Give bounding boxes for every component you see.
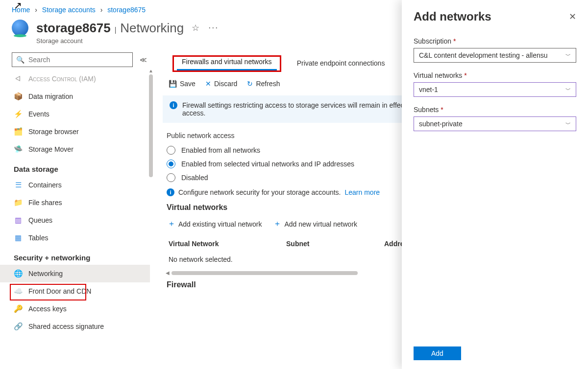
sidebar: 🔍 ≪ ᐊ Access Control (IAM) 📦 Data migrat… bbox=[0, 50, 154, 363]
access-keys-icon: 🔑 bbox=[14, 304, 23, 313]
close-icon[interactable]: ✕ bbox=[569, 11, 576, 22]
add-button[interactable]: Add bbox=[414, 346, 461, 360]
containers-icon: ☰ bbox=[14, 181, 23, 189]
collapse-sidebar-button[interactable]: ≪ bbox=[138, 54, 149, 66]
networking-icon: 🌐 bbox=[14, 269, 23, 278]
refresh-icon: ↻ bbox=[247, 80, 253, 88]
sidebar-item-sas[interactable]: 🔗 Shared access signature bbox=[0, 318, 150, 335]
front-door-icon: ☁️ bbox=[14, 287, 23, 296]
subnet-label: Subnets * bbox=[414, 106, 576, 114]
mover-icon: 🛸 bbox=[14, 145, 23, 154]
save-icon: 💾 bbox=[169, 80, 177, 88]
sidebar-item-access-control[interactable]: ᐊ Access Control (IAM) bbox=[0, 70, 150, 88]
vnet-dropdown[interactable]: vnet-1 ﹀ bbox=[414, 82, 576, 97]
chevron-down-icon: ﹀ bbox=[565, 120, 571, 128]
storage-account-icon bbox=[12, 20, 28, 36]
refresh-button[interactable]: ↻ Refresh bbox=[247, 80, 280, 88]
learn-more-link[interactable]: Learn more bbox=[345, 188, 380, 196]
sidebar-item-front-door[interactable]: ☁️ Front Door and CDN bbox=[0, 282, 150, 300]
breadcrumb-current[interactable]: storage8675 bbox=[107, 6, 146, 14]
more-icon[interactable]: ··· bbox=[208, 23, 219, 33]
page-title: storage8675 bbox=[36, 21, 111, 35]
breadcrumb-storage-accounts[interactable]: Storage accounts bbox=[42, 6, 96, 14]
tab-firewalls[interactable]: Firewalls and virtual networks bbox=[180, 54, 274, 70]
sas-icon: 🔗 bbox=[14, 322, 23, 331]
panel-title: Add networks bbox=[414, 10, 491, 23]
browser-icon: 🗂️ bbox=[14, 127, 23, 136]
subnet-dropdown[interactable]: subnet-private ﹀ bbox=[414, 116, 576, 131]
info-icon: i bbox=[170, 101, 177, 109]
save-button[interactable]: 💾 Save bbox=[169, 80, 196, 88]
sidebar-item-events[interactable]: ⚡ Events bbox=[0, 105, 150, 123]
sidebar-item-file-shares[interactable]: 📁 File shares bbox=[0, 194, 150, 211]
queues-icon: ▥ bbox=[14, 216, 23, 225]
info-icon: i bbox=[167, 188, 174, 196]
sidebar-item-storage-mover[interactable]: 🛸 Storage Mover bbox=[0, 140, 150, 158]
migration-icon: 📦 bbox=[14, 92, 23, 101]
subscription-dropdown[interactable]: C&L content development testing - allens… bbox=[414, 48, 576, 63]
add-existing-vnet-button[interactable]: ＋ Add existing virtual network bbox=[168, 219, 262, 229]
tables-icon: ▦ bbox=[14, 233, 23, 242]
sidebar-group-data-storage: Data storage bbox=[0, 158, 150, 176]
sidebar-item-access-keys[interactable]: 🔑 Access keys bbox=[0, 300, 150, 318]
file-shares-icon: 📁 bbox=[14, 198, 23, 207]
favorite-icon[interactable]: ☆ bbox=[192, 23, 199, 33]
page-section: Networking bbox=[120, 21, 184, 35]
tab-private-endpoint[interactable]: Private endpoint connections bbox=[296, 55, 387, 72]
sidebar-item-tables[interactable]: ▦ Tables bbox=[0, 229, 150, 247]
radio-icon bbox=[167, 173, 175, 182]
cursor-icon: ↖ bbox=[14, 0, 22, 11]
highlight-box-tab: Firewalls and virtual networks bbox=[172, 55, 281, 72]
subscription-label: Subscription * bbox=[414, 37, 576, 45]
sidebar-item-containers[interactable]: ☰ Containers bbox=[0, 176, 150, 194]
sidebar-item-data-migration[interactable]: 📦 Data migration bbox=[0, 88, 150, 105]
add-new-vnet-button[interactable]: ＋ Add new virtual network bbox=[273, 219, 357, 229]
sidebar-item-queues[interactable]: ▥ Queues bbox=[0, 211, 150, 229]
sidebar-item-networking[interactable]: 🌐 Networking bbox=[0, 265, 150, 282]
radio-icon-selected bbox=[167, 160, 175, 168]
chevron-down-icon: ﹀ bbox=[565, 52, 571, 59]
plus-icon: ＋ bbox=[168, 219, 175, 229]
discard-icon: ✕ bbox=[205, 80, 211, 88]
search-icon: 🔍 bbox=[16, 56, 24, 64]
vnet-label: Virtual networks * bbox=[414, 71, 576, 79]
radio-icon bbox=[167, 146, 175, 155]
chevron-down-icon: ﹀ bbox=[565, 86, 571, 93]
discard-button[interactable]: ✕ Discard bbox=[205, 80, 237, 88]
plus-icon: ＋ bbox=[273, 219, 281, 229]
events-icon: ⚡ bbox=[14, 110, 23, 118]
add-networks-panel: Add networks ✕ Subscription * C&L conten… bbox=[402, 0, 588, 369]
sidebar-item-storage-browser[interactable]: 🗂️ Storage browser bbox=[0, 123, 150, 140]
key-icon: ᐊ bbox=[14, 74, 23, 83]
sidebar-scrollbar[interactable]: ▲ bbox=[148, 70, 154, 361]
sidebar-group-security: Security + networking bbox=[0, 247, 150, 265]
search-input[interactable]: 🔍 bbox=[12, 52, 133, 67]
